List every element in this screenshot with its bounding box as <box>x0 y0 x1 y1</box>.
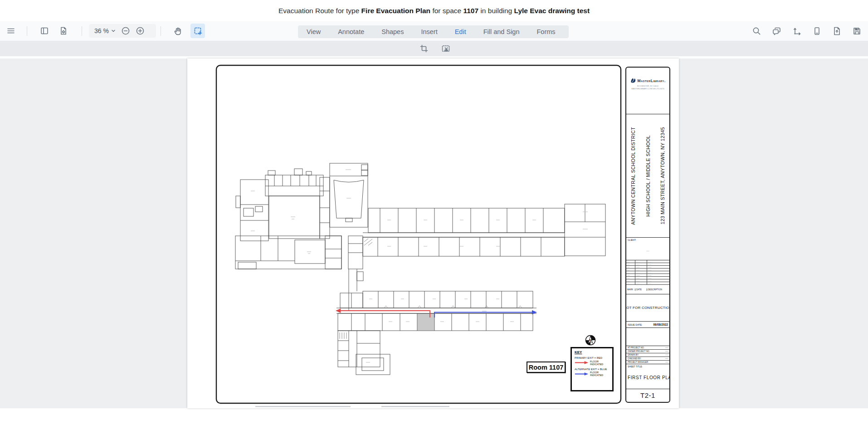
alternate-exit-label: ALTERNATE EXIT = BLUE <box>575 368 610 371</box>
tab-view[interactable]: View <box>298 25 329 38</box>
client-section: CLIENT: ---- <box>626 238 669 260</box>
crop-icon <box>419 44 429 53</box>
primary-route-arrowhead <box>336 308 341 313</box>
logo-address-line2: MASTERLIBRARY.COM 585.270.6676 <box>631 88 664 90</box>
menu-button[interactable] <box>4 24 18 38</box>
chevron-down-icon <box>111 29 116 33</box>
page-gear-icon <box>59 26 68 35</box>
main-toolbar: 36 % <box>0 21 868 41</box>
issue-date-label: ISSUE DATE: <box>628 323 643 326</box>
not-for-construction-note: NOT FOR CONSTRUCTION <box>626 294 669 322</box>
title-block-spacer <box>626 328 669 346</box>
snipping-scissors-icon <box>441 44 450 53</box>
alternate-exit-arrow-icon <box>575 372 589 376</box>
room-1107-label: Room 1107 <box>527 361 566 373</box>
document-viewer: N Room 1107 KEY PRIMARY EXIT = RED <box>0 59 868 408</box>
pan-tool-button[interactable] <box>171 24 185 38</box>
sheet-title-label: SHEET TITLE: <box>628 365 668 368</box>
zoom-out-button[interactable] <box>118 24 133 38</box>
webviewer-app: Evacuation Route for type Fire Evacuatio… <box>0 0 868 425</box>
device-view-button[interactable] <box>809 24 824 38</box>
masterlibrary-logo-text: MasterLibrary. <box>638 78 666 83</box>
selection-rect-icon <box>193 26 203 36</box>
zoom-in-button[interactable] <box>133 24 147 38</box>
client-placeholder: ---- <box>626 249 669 252</box>
snipping-tool-button[interactable] <box>439 42 453 55</box>
title-block-logo-section: MasterLibrary. ROCHESTER, NY 14602 MASTE… <box>626 68 669 114</box>
alternate-exit-note: FLOOR INDICATED <box>590 371 610 376</box>
primary-route-red <box>341 311 430 318</box>
save-button[interactable] <box>849 24 864 38</box>
primary-exit-arrow-icon <box>575 361 589 365</box>
toolbar-divider <box>82 26 82 36</box>
ribbon-tabs: View Annotate Shapes Insert Edit Fill an… <box>298 25 569 38</box>
document-title-bar: Evacuation Route for type Fire Evacuatio… <box>0 0 868 21</box>
issue-date-row: ISSUE DATE: 06/08/2022 <box>626 322 669 328</box>
masterlibrary-logo-icon <box>630 78 636 83</box>
xy-axes-icon <box>792 26 802 36</box>
tab-fill-and-sign[interactable]: Fill and Sign <box>475 25 528 38</box>
hamburger-icon <box>6 26 15 35</box>
zoom-controls: 36 % <box>89 24 156 38</box>
north-arrow-icon: N <box>586 336 595 345</box>
revision-rows: ----------------------------------------… <box>626 260 669 285</box>
search-button[interactable] <box>749 24 764 38</box>
side-panel-icon <box>40 26 49 35</box>
sheet-title: FIRST FLOOR PLAN <box>628 375 668 380</box>
page-title: Evacuation Route for type Fire Evacuatio… <box>278 7 590 15</box>
comments-icon <box>772 26 781 36</box>
north-label: N <box>590 339 592 342</box>
document-export-icon <box>832 26 842 36</box>
revision-table-header: MARK DATE DESCRIPTION <box>626 285 669 294</box>
school-address: 123 MAIN STREET, ANYTOWN, NY 12345 <box>660 127 665 225</box>
evacuation-routes <box>336 308 537 318</box>
toolbar-divider <box>161 26 161 36</box>
export-document-button[interactable] <box>829 24 844 38</box>
tab-insert[interactable]: Insert <box>412 25 446 38</box>
page-settings-button[interactable] <box>56 24 71 38</box>
alternate-route-arrowhead <box>532 310 537 315</box>
tab-edit[interactable]: Edit <box>446 25 475 38</box>
evacuation-key-legend: KEY PRIMARY EXIT = RED FLOOR INDICATED A… <box>571 347 614 391</box>
crop-tool-button[interactable] <box>417 42 431 55</box>
axes-tool-button[interactable] <box>790 24 804 38</box>
school-name: HIGH SCHOOL / MIDDLE SCHOOL <box>645 135 651 217</box>
title-block: MasterLibrary. ROCHESTER, NY 14602 MASTE… <box>625 67 670 403</box>
revision-table: ----------------------------------------… <box>626 260 669 294</box>
tablet-icon <box>812 26 822 36</box>
tab-annotate[interactable]: Annotate <box>329 25 373 38</box>
minus-circle-icon <box>121 26 130 35</box>
sheet-title-section: SHEET TITLE: FIRST FLOOR PLAN <box>626 364 669 389</box>
alternate-route-blue <box>434 313 532 318</box>
hand-icon <box>173 26 183 36</box>
search-icon <box>752 26 761 36</box>
left-panel-toggle-button[interactable] <box>37 24 52 38</box>
plus-circle-icon <box>136 26 145 35</box>
pdf-page[interactable]: N Room 1107 KEY PRIMARY EXIT = RED <box>187 59 679 408</box>
comments-panel-button[interactable] <box>769 24 784 38</box>
select-tool-button[interactable] <box>190 24 205 38</box>
zoom-level-dropdown[interactable]: 36 % <box>89 24 118 38</box>
primary-exit-note: FLOOR INDICATED <box>590 360 610 366</box>
sheet-number: T2-1 <box>626 389 669 401</box>
tab-shapes[interactable]: Shapes <box>373 25 412 38</box>
key-title: KEY <box>575 350 610 354</box>
title-block-project-identity: ANYTOWN CENTRAL SCHOOL DISTRICT HIGH SCH… <box>626 114 669 238</box>
toolbar-divider <box>27 26 27 36</box>
district-name: ANYTOWN CENTRAL SCHOOL DISTRICT <box>630 127 636 225</box>
primary-exit-label: PRIMARY EXIT = RED <box>575 357 610 359</box>
project-info-rows: AT PROJECT NO:---- OWNER PROJECT NO:----… <box>626 346 669 364</box>
issue-date-value: 06/08/2022 <box>653 323 668 326</box>
edit-tools-toolbar <box>0 41 868 56</box>
zoom-level-value: 36 % <box>94 27 109 34</box>
tab-forms[interactable]: Forms <box>528 25 564 38</box>
client-label: CLIENT: <box>628 239 636 241</box>
save-floppy-icon <box>852 26 862 36</box>
highlighted-room <box>418 314 434 331</box>
